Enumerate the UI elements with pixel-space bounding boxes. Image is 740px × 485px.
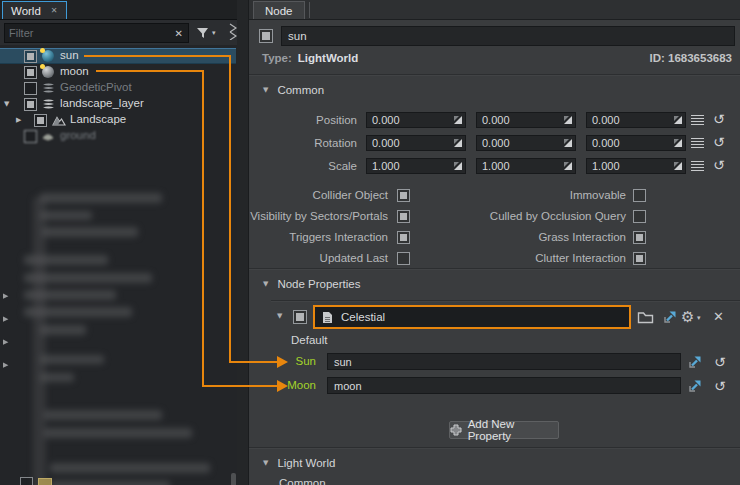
menu-icon[interactable] xyxy=(691,138,704,149)
menu-icon[interactable] xyxy=(691,115,704,126)
scale-y-field[interactable]: 1.000 xyxy=(476,158,576,174)
node-enabled-checkbox[interactable] xyxy=(20,477,33,485)
flags-row: Updated Last Clutter Interaction xyxy=(249,251,740,267)
row-label: Position xyxy=(249,112,357,128)
property-enabled-checkbox[interactable] xyxy=(293,310,307,324)
tree-item-moon[interactable]: moon xyxy=(0,64,236,80)
add-new-property-button[interactable]: Add New Property xyxy=(449,421,559,439)
tree-item-label: landscape_layer xyxy=(60,97,144,109)
tree-item-landscape-layer[interactable]: ▼ landscape_layer xyxy=(0,96,236,112)
position-z-field[interactable]: 0.000 xyxy=(586,112,686,128)
flags-row: Collider Object Immovable xyxy=(249,188,740,204)
drag-handle-icon xyxy=(453,115,463,125)
menu-icon[interactable] xyxy=(691,161,704,172)
node-id: ID: 1683653683 xyxy=(649,52,732,68)
section-title: Common xyxy=(277,84,324,96)
tab-node[interactable]: Node xyxy=(253,1,305,19)
triggers-interaction-checkbox[interactable] xyxy=(397,231,410,244)
visibility-sectors-checkbox[interactable] xyxy=(397,210,410,223)
position-x-field[interactable]: 0.000 xyxy=(366,112,466,128)
node-enabled-checkbox[interactable] xyxy=(259,29,273,43)
section-caret-icon: ▼ xyxy=(263,86,268,94)
filter-input[interactable] xyxy=(5,27,170,39)
subsection-common: Common xyxy=(279,477,326,485)
type-id-row: Type: LightWorld ID: 1683653683 xyxy=(249,52,740,68)
collapse-panel-icon[interactable] xyxy=(229,23,237,42)
flags-row: Visibility by Sectors/Portals Culled by … xyxy=(249,209,740,225)
scale-z-field[interactable]: 1.000 xyxy=(586,158,686,174)
tree-scrollbar[interactable] xyxy=(231,473,236,485)
chevron-down-icon[interactable]: ▾ xyxy=(697,314,701,322)
filter-options-button[interactable]: ▾ xyxy=(196,24,228,41)
collider-object-checkbox[interactable] xyxy=(397,189,410,202)
gear-icon[interactable]: ⚙ xyxy=(681,310,694,325)
node-name-field xyxy=(281,26,735,46)
tree-item-geodeticpivot[interactable]: GeodeticPivot xyxy=(0,80,236,96)
tab-world[interactable]: World ✕ xyxy=(2,1,67,19)
section-caret-icon: ▼ xyxy=(263,280,268,288)
assign-node-icon[interactable] xyxy=(663,309,678,324)
clear-filter-icon[interactable]: ✕ xyxy=(170,28,188,39)
section-common[interactable]: ▼ Common xyxy=(263,82,324,98)
sun-parameter-input[interactable] xyxy=(328,356,680,368)
collapse-caret-icon[interactable]: ▶ xyxy=(16,116,21,124)
type-label: Type: xyxy=(262,52,292,68)
node-enabled-checkbox[interactable] xyxy=(34,114,47,127)
rotation-x-field[interactable]: 0.000 xyxy=(366,135,466,151)
node-enabled-checkbox[interactable] xyxy=(24,50,37,63)
node-enabled-checkbox[interactable] xyxy=(24,66,37,79)
expand-caret-icon[interactable]: ▼ xyxy=(4,100,9,108)
divider xyxy=(249,268,740,269)
collapse-caret-icon[interactable]: ▶ xyxy=(3,292,8,300)
assign-node-icon[interactable] xyxy=(688,378,703,393)
updated-last-checkbox[interactable] xyxy=(397,252,410,265)
clutter-interaction-checkbox[interactable] xyxy=(633,252,646,265)
mesh-icon xyxy=(42,130,55,143)
remove-property-icon[interactable]: ✕ xyxy=(713,309,724,324)
reset-icon[interactable]: ↺ xyxy=(714,378,726,394)
reset-icon[interactable]: ↺ xyxy=(713,134,725,150)
group-label: Default xyxy=(291,334,327,346)
position-y-field[interactable]: 0.000 xyxy=(476,112,576,128)
property-name-field[interactable]: Celestial xyxy=(313,305,631,329)
tab-divider xyxy=(309,2,310,18)
assign-node-icon[interactable] xyxy=(688,354,703,369)
sun-connector-line xyxy=(229,361,278,363)
drag-handle-icon xyxy=(563,138,573,148)
grass-interaction-checkbox[interactable] xyxy=(633,231,646,244)
tree-item-label: moon xyxy=(60,65,89,77)
folder-icon[interactable] xyxy=(637,310,654,324)
terrain-icon xyxy=(52,114,65,127)
rotation-y-field[interactable]: 0.000 xyxy=(476,135,576,151)
reset-icon[interactable]: ↺ xyxy=(714,354,726,370)
collapse-caret-icon[interactable]: ▶ xyxy=(3,315,8,323)
tree-item-ground[interactable]: ground xyxy=(0,128,236,144)
drag-handle-icon xyxy=(453,161,463,171)
node-enabled-checkbox[interactable] xyxy=(24,98,37,111)
tree-item-label: Landscape xyxy=(70,113,126,125)
filter-field: ✕ xyxy=(4,23,189,43)
moon-parameter-input[interactable] xyxy=(328,380,680,392)
immovable-checkbox[interactable] xyxy=(633,189,646,202)
collapse-caret-icon[interactable]: ▶ xyxy=(3,361,8,369)
reset-icon[interactable]: ↺ xyxy=(713,111,725,127)
row-label: Rotation xyxy=(249,135,357,151)
scale-x-field[interactable]: 1.000 xyxy=(366,158,466,174)
node-enabled-checkbox[interactable] xyxy=(24,82,37,95)
rotation-z-field[interactable]: 0.000 xyxy=(586,135,686,151)
scale-row: Scale 1.000 1.000 1.000 ↺ xyxy=(249,158,740,174)
section-light-world[interactable]: ▼ Light World xyxy=(263,455,335,471)
property-caret-icon[interactable]: ▼ xyxy=(277,312,282,320)
moon-connector-line xyxy=(96,70,204,72)
collapse-caret-icon[interactable]: ▶ xyxy=(3,338,8,346)
culled-occlusion-checkbox[interactable] xyxy=(633,210,646,223)
node-name-input[interactable] xyxy=(282,30,734,42)
drag-handle-icon xyxy=(673,138,683,148)
sun-connector-arrowhead xyxy=(277,356,288,368)
tree-item-landscape[interactable]: ▶ Landscape xyxy=(0,112,236,128)
editor-window: World ✕ ✕ ▾ sun xyxy=(0,0,740,485)
reset-icon[interactable]: ↺ xyxy=(713,157,725,173)
close-icon[interactable]: ✕ xyxy=(51,6,58,15)
section-node-properties[interactable]: ▼ Node Properties xyxy=(263,276,361,292)
node-enabled-checkbox[interactable] xyxy=(24,130,37,143)
